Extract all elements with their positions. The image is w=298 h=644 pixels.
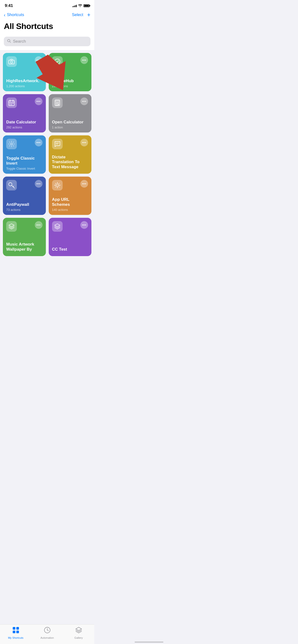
card-name: AntiPaywall (6, 202, 43, 207)
card-bottom: Dictate Translation To Text Message (52, 155, 88, 170)
card-icon-camera (6, 56, 17, 67)
card-top: ••• (6, 180, 43, 190)
card-more-button[interactable]: ••• (35, 56, 43, 64)
search-container: Search (0, 35, 94, 50)
svg-rect-13 (11, 103, 12, 104)
card-icon-checkmark (52, 56, 63, 67)
shortcut-card-opencalculator[interactable]: ••• Open Calculator 1 action (49, 94, 92, 132)
wifi-icon (78, 4, 82, 8)
search-bar[interactable]: Search (4, 37, 90, 46)
shortcut-card-highres[interactable]: ••• HighResArtwork. 1,200 actions (3, 53, 46, 91)
card-more-button[interactable]: ••• (80, 139, 88, 146)
card-more-button[interactable]: ••• (35, 221, 43, 229)
card-more-button[interactable]: ••• (80, 221, 88, 229)
card-top: ••• (52, 98, 88, 108)
svg-line-32 (13, 186, 14, 187)
nav-right-controls: Select + (72, 12, 90, 18)
card-name: Dictate Translation To Text Message (52, 155, 88, 170)
card-top: ••• (52, 221, 88, 232)
shortcut-card-musicartwork[interactable]: ••• Music Artwork Wallpaper By (3, 218, 46, 256)
shortcut-card-dictate[interactable]: ••• Dictate Translation To Text Message (49, 135, 92, 174)
svg-rect-16 (11, 104, 12, 105)
card-more-button[interactable]: ••• (80, 180, 88, 188)
card-icon-layers2 (52, 221, 63, 232)
battery-icon (83, 4, 89, 7)
card-bottom: AntiPaywall 73 actions (6, 202, 43, 212)
card-top: ••• (6, 139, 43, 149)
search-icon (7, 39, 11, 44)
card-top: ••• (6, 56, 43, 67)
svg-rect-14 (13, 103, 14, 104)
svg-marker-41 (9, 224, 14, 227)
svg-rect-15 (10, 104, 10, 105)
back-label: Shortcuts (7, 12, 24, 17)
card-top: ••• (52, 180, 88, 190)
card-bottom: HighResArtwork. 1,200 actions (6, 78, 43, 88)
card-more-button[interactable]: ••• (35, 180, 43, 188)
card-bottom: App URL Schemes 140 actions (52, 197, 88, 212)
card-more-button[interactable]: ••• (80, 98, 88, 105)
svg-rect-12 (10, 103, 10, 104)
svg-line-39 (58, 183, 60, 185)
card-bottom: Toggle Classic Invert Toggle Classic Inv… (6, 156, 43, 170)
card-icon-layers (6, 221, 17, 232)
shortcut-card-antipaywall[interactable]: ••• AntiPaywall 73 actions (3, 176, 46, 215)
svg-point-27 (11, 143, 13, 145)
svg-marker-42 (55, 224, 60, 227)
svg-point-5 (11, 61, 13, 63)
card-bottom: Open Calculator 1 action (52, 120, 88, 129)
card-more-button[interactable]: ••• (35, 98, 43, 105)
card-top: ••• (52, 56, 88, 67)
svg-rect-24 (58, 104, 59, 105)
card-subtitle: Toggle Classic Invert (6, 167, 43, 170)
card-top: ••• (52, 139, 88, 149)
nav-bar: ‹ Shortcuts Select + (0, 10, 94, 20)
svg-rect-19 (56, 102, 57, 103)
svg-line-38 (58, 186, 60, 187)
card-name: App URL Schemes (52, 197, 88, 207)
back-button[interactable]: ‹ Shortcuts (4, 12, 24, 18)
card-name: CC Test (52, 247, 88, 252)
shortcuts-scroll-area: ••• HighResArtwork. 1,200 actions ••• (0, 50, 94, 280)
svg-line-37 (55, 183, 57, 185)
card-actions: 1 action (52, 126, 88, 129)
status-time: 9:41 (5, 3, 13, 8)
card-name: HighResArtwork. (6, 78, 43, 84)
shortcut-card-datecalculator[interactable]: ••• Date Calculator 292 actions (3, 94, 46, 132)
card-top: ••• (6, 221, 43, 232)
svg-rect-26 (57, 105, 58, 106)
svg-point-7 (55, 59, 60, 64)
card-name: Toggle Classic Invert (6, 156, 43, 166)
svg-rect-4 (9, 60, 14, 64)
card-actions: 1,200 actions (6, 84, 43, 88)
card-name: Music Artwork Wallpaper By (6, 242, 43, 252)
page-title: All Shortcuts (4, 22, 90, 31)
card-icon-calendar (6, 98, 17, 108)
svg-line-40 (55, 186, 57, 187)
status-bar: 9:41 (0, 0, 94, 10)
shortcut-card-updatehub[interactable]: ••• UpdateHub 298 actions (49, 53, 92, 91)
card-actions: 292 actions (6, 126, 43, 129)
card-more-button[interactable]: ••• (35, 139, 43, 146)
card-icon-key (6, 180, 17, 190)
svg-rect-25 (56, 105, 57, 106)
card-bottom: Date Calculator 292 actions (6, 120, 43, 129)
card-name: UpdateHub (52, 78, 88, 84)
search-placeholder: Search (13, 39, 26, 44)
add-button[interactable]: + (87, 12, 90, 18)
select-button[interactable]: Select (72, 12, 83, 17)
shortcut-card-toggleinvert[interactable]: ••• Toggle Classic Invert Toggle Classic… (3, 135, 46, 174)
card-actions: 298 actions (52, 84, 88, 88)
svg-rect-6 (11, 59, 13, 60)
svg-rect-18 (56, 100, 59, 102)
card-icon-calculator (52, 98, 63, 108)
card-actions: 140 actions (52, 208, 88, 212)
page-title-section: All Shortcuts (0, 20, 94, 35)
card-icon-gear (6, 139, 17, 149)
card-name: Open Calculator (52, 120, 88, 124)
back-chevron-icon: ‹ (4, 12, 6, 18)
shortcut-card-cctest[interactable]: ••• CC Test (49, 218, 92, 256)
card-name: Date Calculator (6, 120, 43, 124)
card-more-button[interactable]: ••• (80, 56, 88, 64)
shortcut-card-appurl[interactable]: ••• App URL Schemes 140 actions (49, 176, 92, 215)
